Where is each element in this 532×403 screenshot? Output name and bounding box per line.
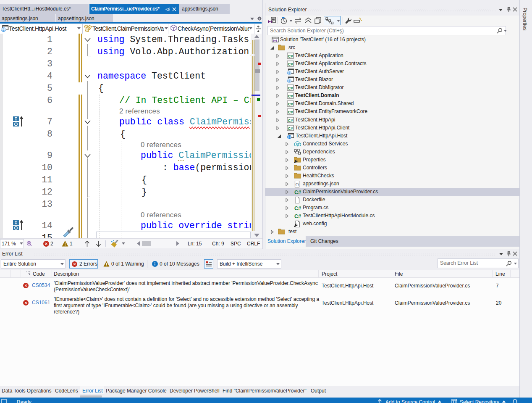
svg-text:C#: C# xyxy=(288,102,293,106)
svg-text:C#: C# xyxy=(288,62,293,66)
svg-text:C#: C# xyxy=(288,86,293,90)
svg-text:C#: C# xyxy=(294,190,301,195)
svg-text:C#: C# xyxy=(294,213,301,219)
svg-text:C#: C# xyxy=(288,118,293,123)
svg-text:C#: C# xyxy=(294,205,301,211)
svg-text:C#: C# xyxy=(288,94,293,98)
svg-text:{}: {} xyxy=(295,182,299,186)
svg-text:C#: C# xyxy=(288,110,293,114)
svg-text:C#: C# xyxy=(288,126,293,131)
svg-text:C#: C# xyxy=(288,54,293,58)
